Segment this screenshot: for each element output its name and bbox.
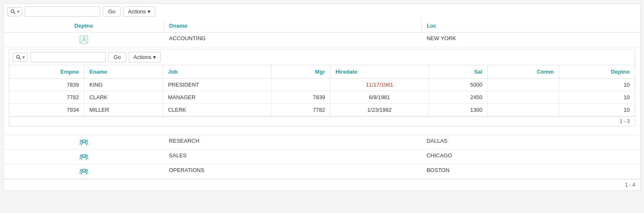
svg-point-7: [86, 140, 88, 142]
dept-expand-icon[interactable]: [9, 35, 159, 44]
emp-col-mgr: Mgr: [271, 65, 330, 79]
emp-cell-deptno: 10: [559, 91, 635, 104]
dept-col-deptno: Deptno: [4, 19, 164, 33]
outer-search-combo[interactable]: ▾: [7, 7, 22, 16]
dept-row-dname: SALES: [164, 150, 421, 164]
emp-col-job: Job: [163, 65, 271, 79]
dept-row-loc: DALLAS: [421, 135, 640, 150]
dept-row-icon-cell: [4, 150, 164, 164]
dept-table-pagination: 1 - 4: [4, 179, 640, 190]
emp-cell-mgr: [271, 79, 330, 91]
emp-cell-empno: 7839: [9, 79, 84, 91]
svg-point-0: [11, 10, 14, 13]
emp-col-sal: Sal: [428, 65, 488, 79]
sub-search-input[interactable]: [30, 52, 106, 62]
dept-expanded-cell: ▾ Go Actions ▾ EmpnoEnameJobMgrHiredateS…: [4, 47, 640, 135]
dept-table-row[interactable]: RESEARCHDALLAS: [4, 135, 640, 150]
dept-row-icon-cell: [4, 33, 164, 47]
emp-cell-job: CLERK: [163, 104, 271, 116]
dept-row-dname: RESEARCH: [164, 135, 421, 150]
sub-go-button[interactable]: Go: [108, 52, 126, 62]
emp-cell-deptno: 10: [559, 104, 635, 116]
emp-cell-job: MANAGER: [163, 91, 271, 104]
emp-table-row[interactable]: 7839KINGPRESIDENT11/17/1981500010: [9, 79, 635, 91]
outer-go-button[interactable]: Go: [103, 6, 121, 17]
svg-point-6: [83, 140, 85, 142]
dept-expand-icon[interactable]: [9, 167, 159, 176]
sub-toolbar: ▾ Go Actions ▾: [9, 49, 635, 65]
emp-table-row[interactable]: 7934MILLERCLERK77821/23/1982130010: [9, 104, 635, 116]
dept-expanded-row: ▾ Go Actions ▾ EmpnoEnameJobMgrHiredateS…: [4, 47, 640, 135]
search-icon: [10, 9, 16, 15]
emp-cell-deptno: 10: [559, 79, 635, 91]
dept-table: Deptno Dname Loc ACCOUNTINGNEW YORK ▾ Go: [4, 19, 640, 179]
svg-point-13: [86, 169, 88, 172]
emp-cell-job: PRESIDENT: [163, 79, 271, 91]
dept-row-loc: BOSTON: [421, 164, 640, 179]
emp-col-comm: Comm: [488, 65, 559, 79]
dept-table-container: ▾ Go Actions ▾ Deptno Dname Loc ACCOUNTI…: [3, 3, 641, 191]
emp-cell-comm: [488, 104, 559, 116]
outer-toolbar: ▾ Go Actions ▾: [4, 4, 640, 19]
emp-cell-ename: KING: [84, 79, 163, 91]
emp-cell-sal: 5000: [428, 79, 488, 91]
emp-cell-hiredate: 11/17/1981: [330, 79, 429, 91]
dept-row-dname: OPERATIONS: [164, 164, 421, 179]
emp-table-container: ▾ Go Actions ▾ EmpnoEnameJobMgrHiredateS…: [9, 49, 635, 126]
sub-actions-label: Actions: [133, 54, 151, 60]
emp-cell-comm: [488, 79, 559, 91]
emp-cell-mgr: 7839: [271, 91, 330, 104]
svg-rect-2: [80, 36, 88, 44]
svg-point-10: [86, 155, 88, 157]
svg-point-4: [16, 55, 19, 58]
dept-row-loc: NEW YORK: [421, 33, 640, 47]
emp-cell-ename: CLARK: [84, 91, 163, 104]
hiredate-link[interactable]: 11/17/1981: [366, 82, 393, 88]
emp-cell-empno: 7782: [9, 91, 84, 104]
dept-col-dname: Dname: [164, 19, 421, 33]
svg-line-1: [14, 12, 16, 14]
dept-row-dname: ACCOUNTING: [164, 33, 421, 47]
svg-point-14: [80, 169, 82, 172]
outer-actions-label: Actions: [128, 8, 146, 15]
outer-actions-chevron-icon: ▾: [148, 8, 151, 15]
sub-actions-chevron-icon: ▾: [153, 54, 156, 60]
svg-point-9: [83, 154, 85, 157]
dept-table-body: ACCOUNTINGNEW YORK ▾ Go Actions ▾ EmpnoE…: [4, 33, 640, 179]
emp-cell-sal: 2450: [428, 91, 488, 104]
dept-row-icon-cell: [4, 164, 164, 179]
svg-point-8: [80, 140, 82, 142]
sub-search-chevron-icon: ▾: [23, 55, 25, 59]
dept-table-header-row: Deptno Dname Loc: [4, 19, 640, 33]
emp-cell-ename: MILLER: [84, 104, 163, 116]
emp-cell-comm: [488, 91, 559, 104]
dept-pagination-label: 1 - 4: [625, 182, 635, 188]
dept-table-row[interactable]: OPERATIONSBOSTON: [4, 164, 640, 179]
svg-point-11: [80, 155, 82, 157]
svg-point-12: [83, 169, 85, 172]
emp-table-header-row: EmpnoEnameJobMgrHiredateSalCommDeptno: [9, 65, 635, 79]
dept-row-icon-cell: [4, 135, 164, 150]
emp-table: EmpnoEnameJobMgrHiredateSalCommDeptno783…: [9, 65, 635, 116]
dept-table-row[interactable]: SALESCHICAGO: [4, 150, 640, 164]
emp-cell-hiredate: 6/9/1981: [330, 91, 429, 104]
dept-table-row[interactable]: ACCOUNTINGNEW YORK: [4, 33, 640, 47]
emp-col-ename: Ename: [84, 65, 163, 79]
dept-expand-icon[interactable]: [9, 152, 159, 162]
outer-search-input[interactable]: [25, 6, 100, 17]
sub-search-icon: [16, 54, 21, 60]
emp-col-empno: Empno: [9, 65, 84, 79]
chevron-down-icon: ▾: [17, 9, 19, 14]
emp-table-row[interactable]: 7782CLARKMANAGER78396/9/1981245010: [9, 91, 635, 104]
emp-cell-sal: 1300: [428, 104, 488, 116]
emp-cell-mgr: 7782: [271, 104, 330, 116]
outer-actions-button[interactable]: Actions ▾: [123, 6, 155, 17]
emp-cell-hiredate: 1/23/1982: [330, 104, 429, 116]
dept-row-loc: CHICAGO: [421, 150, 640, 164]
sub-actions-button[interactable]: Actions ▾: [129, 52, 161, 62]
emp-table-pagination: 1 - 3: [9, 116, 635, 126]
svg-point-3: [83, 38, 85, 40]
dept-expand-icon[interactable]: [9, 138, 159, 147]
emp-col-deptno: Deptno: [559, 65, 635, 79]
sub-search-combo[interactable]: ▾: [13, 53, 28, 62]
